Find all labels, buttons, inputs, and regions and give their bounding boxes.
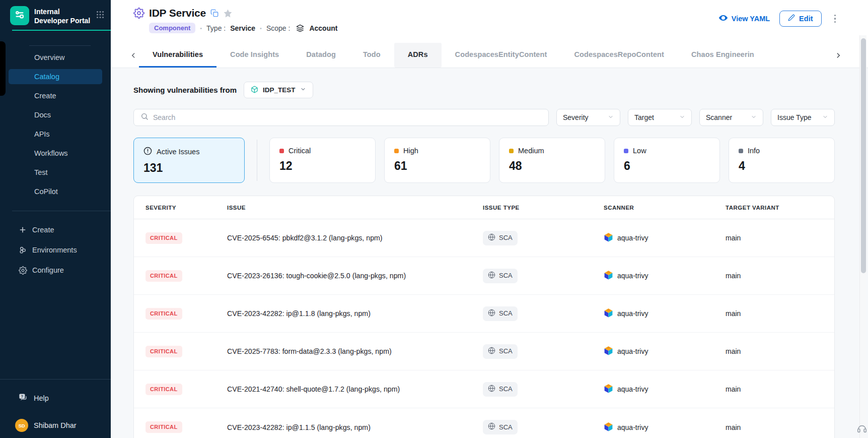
table-row[interactable]: CRITICAL CVE-2023-26136: tough-cookie@2.… (134, 257, 834, 295)
sidebar-item-docs[interactable]: Docs (0, 105, 111, 124)
help-chat-icon: ? (18, 393, 28, 404)
web-icon (488, 309, 495, 318)
web-icon (488, 347, 495, 356)
eye-icon (718, 13, 728, 24)
tab-code-insights[interactable]: Code Insights (216, 43, 293, 68)
scanner-cell: aqua-trivy (604, 346, 726, 357)
scrollbar-thumb[interactable] (861, 38, 866, 273)
portal-logo[interactable] (10, 6, 29, 25)
tab-chaos-engineering[interactable]: Chaos Engineerin (678, 43, 768, 68)
chevron-down-icon (751, 113, 757, 121)
issue-type-chip: SCA (483, 269, 518, 283)
sidebar-configure-button[interactable]: Configure (0, 260, 111, 280)
scanner-name: aqua-trivy (617, 347, 648, 355)
scanner-filter[interactable]: Scanner (699, 109, 763, 126)
trivy-cube-icon (604, 270, 613, 281)
tabs-scroll-right-icon[interactable] (833, 50, 844, 61)
user-menu[interactable]: SD Shibam Dhar (0, 404, 111, 438)
target-variant: main (726, 272, 834, 280)
active-issues-card[interactable]: Active Issues 131 (133, 138, 245, 183)
target-variant: main (726, 347, 834, 355)
target-variant: main (726, 234, 834, 242)
tab-todo[interactable]: Todo (349, 43, 394, 68)
info-card[interactable]: Info 4 (729, 138, 835, 183)
component-gear-icon (133, 8, 144, 19)
sidebar-item-copilot[interactable]: CoPilot (0, 182, 111, 201)
issue-type-chip: SCA (483, 420, 518, 434)
issue-type-label: SCA (499, 309, 513, 317)
vulnerabilities-table: SEVERITY ISSUE ISSUE TYPE SCANNER TARGET… (133, 196, 835, 438)
main-area: IDP Service Component • Type : (111, 0, 868, 438)
sidebar-footer: ? Help SD Shibam Dhar (0, 379, 111, 438)
more-options-icon[interactable] (831, 13, 839, 25)
showing-label: Showing vulnerabilities from (133, 86, 237, 94)
issue-text: CVE-2023-42282: ip@1.1.8 (lang-pkgs, npm… (227, 309, 483, 318)
severity-badge: CRITICAL (146, 384, 182, 395)
low-card[interactable]: Low 6 (614, 138, 720, 183)
sidebar-item-overview[interactable]: Overview (0, 48, 111, 67)
utility-label: Configure (32, 266, 64, 274)
web-icon (488, 233, 495, 242)
summary-cards: Active Issues 131 Critical 12 High (133, 138, 835, 183)
low-count: 6 (624, 159, 710, 173)
scanner-cell: aqua-trivy (604, 308, 726, 319)
edit-button[interactable]: Edit (779, 11, 821, 27)
severity-filter[interactable]: Severity (556, 109, 620, 126)
card-label: Medium (518, 147, 544, 155)
scanner-name: aqua-trivy (617, 272, 648, 280)
tab-codespaces-repo-content[interactable]: CodespacesRepoContent (560, 43, 678, 68)
tab-vulnerabilities[interactable]: Vulnerabilities (139, 43, 216, 68)
support-widget-icon[interactable] (856, 423, 867, 436)
col-issue: ISSUE (227, 205, 483, 211)
filter-label: Target (634, 113, 654, 121)
severity-badge: CRITICAL (146, 421, 182, 433)
low-dot (624, 149, 628, 153)
collapsed-panel-strip[interactable] (0, 41, 6, 96)
sidebar-utility: Create Environments Configure (0, 211, 111, 280)
sidebar-environments-button[interactable]: Environments (0, 240, 111, 260)
help-button[interactable]: ? Help (0, 380, 111, 404)
apps-grid-icon[interactable] (96, 6, 105, 21)
scope-select[interactable]: IDP_TEST (244, 82, 313, 98)
sidebar-item-apis[interactable]: APIs (0, 124, 111, 144)
card-label: Info (748, 147, 760, 155)
filter-label: Scanner (706, 113, 732, 121)
table-row[interactable]: CRITICAL CVE-2023-42282: ip@1.1.8 (lang-… (134, 295, 834, 333)
pencil-icon (788, 14, 795, 23)
sidebar-item-catalog[interactable]: Catalog (9, 69, 102, 84)
tab-adrs[interactable]: ADRs (394, 43, 442, 68)
sidebar-item-workflows[interactable]: Workflows (0, 144, 111, 163)
info-dot (739, 149, 743, 153)
sidebar: Internal Developer Portal Overview Catal… (0, 0, 111, 438)
accent-rule (12, 30, 111, 31)
sidebar-item-test[interactable]: Test (0, 163, 111, 182)
medium-card[interactable]: Medium 48 (499, 138, 605, 183)
target-variant: main (726, 309, 834, 318)
issue-type-filter[interactable]: Issue Type (771, 109, 835, 126)
divider (29, 45, 91, 46)
trivy-cube-icon (604, 384, 613, 395)
header-left: IDP Service Component • Type : (133, 7, 337, 33)
star-icon[interactable] (223, 9, 233, 18)
web-icon (488, 422, 495, 431)
type-label: Type : (206, 24, 226, 32)
tab-datadog[interactable]: Datadog (293, 43, 349, 68)
table-row[interactable]: CRITICAL CVE-2023-42282: ip@1.1.5 (lang-… (134, 408, 834, 438)
table-row[interactable]: CRITICAL CVE-2021-42740: shell-quote@1.7… (134, 370, 834, 408)
view-yaml-button[interactable]: View YAML (718, 13, 770, 24)
issue-type-label: SCA (499, 385, 513, 393)
target-filter[interactable]: Target (628, 109, 692, 126)
tabs-scroll-left-icon[interactable] (128, 50, 139, 61)
sidebar-item-create[interactable]: Create (0, 86, 111, 105)
critical-card[interactable]: Critical 12 (269, 138, 376, 183)
page-header: IDP Service Component • Type : (111, 0, 868, 43)
table-row[interactable]: CRITICAL CVE-2025-7783: form-data@2.3.3 … (134, 333, 834, 370)
col-severity: SEVERITY (146, 205, 227, 211)
tab-codespaces-entity-content[interactable]: CodespacesEntityContent (442, 43, 561, 68)
search-input[interactable] (153, 113, 542, 121)
page-scrollbar (859, 35, 866, 438)
copy-icon[interactable] (210, 9, 219, 17)
table-row[interactable]: CRITICAL CVE-2025-6545: pbkdf2@3.1.2 (la… (134, 219, 834, 257)
high-card[interactable]: High 61 (384, 138, 490, 183)
sidebar-create-button[interactable]: Create (0, 220, 111, 240)
